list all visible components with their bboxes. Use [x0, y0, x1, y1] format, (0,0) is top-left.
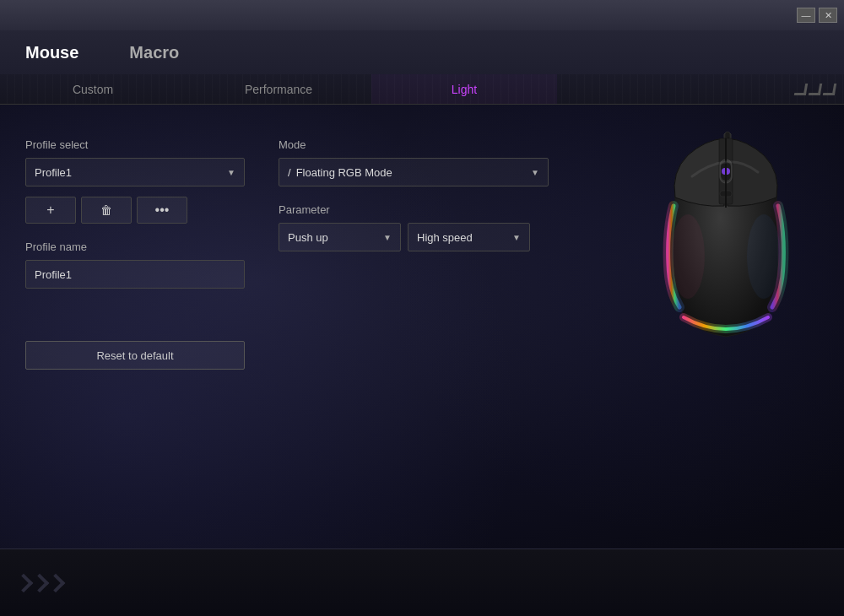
tab-performance[interactable]: Performance	[186, 74, 371, 104]
right-panel: Mode / Floating RGB Mode ▼ Parameter Pus…	[279, 138, 819, 370]
profile-dropdown-arrow-icon: ▼	[227, 168, 235, 177]
bottom-chevrons	[17, 576, 62, 590]
param2-dropdown[interactable]: High speed ▼	[408, 223, 530, 251]
mode-value: Floating RGB Mode	[296, 166, 392, 179]
profile-name-label: Profile name	[25, 240, 245, 253]
profile-name-input[interactable]	[25, 260, 245, 289]
reset-button-label: Reset to default	[96, 349, 173, 362]
tab-light[interactable]: Light	[371, 74, 557, 104]
param2-value: High speed	[417, 231, 473, 244]
mode-dropdown-arrow-icon: ▼	[531, 168, 539, 177]
param2-arrow-icon: ▼	[512, 233, 521, 242]
profile-select-dropdown[interactable]: Profile1 ▼	[25, 158, 245, 186]
mode-dropdown-inner: / Floating RGB Mode	[288, 166, 392, 179]
delete-profile-button[interactable]: 🗑	[81, 197, 132, 224]
close-button[interactable]: ✕	[819, 8, 837, 23]
add-profile-button[interactable]: +	[25, 197, 76, 224]
profile-select-label: Profile select	[25, 138, 245, 151]
tab-custom[interactable]: Custom	[0, 74, 186, 104]
reset-to-default-button[interactable]: Reset to default	[25, 341, 245, 370]
more-options-button[interactable]: •••	[137, 197, 187, 224]
mode-section: Mode / Floating RGB Mode ▼	[279, 138, 819, 186]
param1-dropdown[interactable]: Push up ▼	[279, 223, 401, 251]
tab-bar: Custom Performance Light	[0, 74, 844, 105]
profile-action-buttons: + 🗑 •••	[25, 197, 245, 224]
chevron-icon-1	[794, 84, 808, 95]
nav-item-macro[interactable]: Macro	[129, 36, 179, 69]
param1-value: Push up	[288, 231, 328, 244]
mode-icon: /	[288, 166, 291, 179]
main-navigation: Mouse Macro	[0, 30, 844, 74]
trash-icon: 🗑	[100, 203, 112, 217]
minimize-button[interactable]: —	[797, 8, 815, 23]
parameter-section: Parameter Push up ▼ High speed ▼	[279, 203, 819, 251]
title-bar: — ✕	[0, 0, 844, 30]
nav-item-mouse[interactable]: Mouse	[25, 36, 78, 69]
parameter-row: Push up ▼ High speed ▼	[279, 223, 819, 251]
tab-bar-decorations	[795, 84, 836, 95]
main-content: Profile select Profile1 ▼ + 🗑 ••• Profil…	[0, 105, 844, 548]
left-panel: Profile select Profile1 ▼ + 🗑 ••• Profil…	[25, 138, 245, 370]
chevron-icon-2	[809, 84, 822, 95]
bottom-chevron-3	[46, 573, 66, 592]
chevron-icon-3	[823, 84, 836, 95]
profile-name-section: Profile name	[25, 240, 245, 299]
bottom-bar	[0, 548, 844, 616]
parameter-label: Parameter	[279, 203, 819, 216]
profile-select-value: Profile1	[35, 166, 72, 179]
mode-dropdown[interactable]: / Floating RGB Mode ▼	[279, 158, 549, 186]
mode-label: Mode	[279, 138, 819, 151]
content-grid: Profile select Profile1 ▼ + 🗑 ••• Profil…	[25, 138, 819, 370]
param1-arrow-icon: ▼	[383, 233, 392, 242]
window-controls: — ✕	[797, 8, 837, 23]
